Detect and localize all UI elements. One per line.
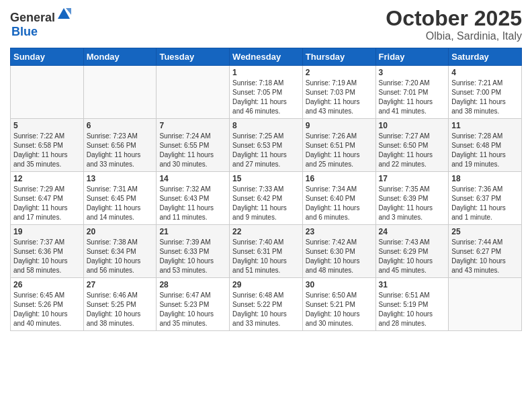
weekday-header-row: SundayMondayTuesdayWednesdayThursdayFrid… bbox=[11, 48, 522, 66]
month-title: October 2025 bbox=[386, 7, 522, 30]
day-number: 28 bbox=[159, 280, 226, 289]
calendar-cell bbox=[449, 278, 522, 331]
calendar-week-row: 1Sunrise: 7:18 AMSunset: 7:05 PMDaylight… bbox=[11, 66, 522, 119]
day-info: Sunrise: 7:24 AMSunset: 6:55 PMDaylight:… bbox=[159, 132, 226, 169]
calendar-cell: 13Sunrise: 7:31 AMSunset: 6:45 PMDayligh… bbox=[83, 172, 157, 225]
title-block: October 2025 Olbia, Sardinia, Italy bbox=[386, 7, 522, 42]
day-info: Sunrise: 7:21 AMSunset: 7:00 PMDaylight:… bbox=[451, 79, 519, 116]
calendar-cell: 28Sunrise: 6:47 AMSunset: 5:23 PMDayligh… bbox=[157, 278, 230, 331]
calendar-cell: 2Sunrise: 7:19 AMSunset: 7:03 PMDaylight… bbox=[302, 66, 375, 119]
day-info: Sunrise: 7:31 AMSunset: 6:45 PMDaylight:… bbox=[87, 185, 154, 222]
calendar-cell: 25Sunrise: 7:44 AMSunset: 6:27 PMDayligh… bbox=[449, 225, 522, 278]
calendar-cell: 23Sunrise: 7:42 AMSunset: 6:30 PMDayligh… bbox=[302, 225, 375, 278]
day-info: Sunrise: 7:37 AMSunset: 6:36 PMDaylight:… bbox=[13, 238, 81, 275]
day-number: 23 bbox=[306, 227, 373, 236]
day-number: 3 bbox=[379, 68, 446, 77]
calendar-cell: 24Sunrise: 7:43 AMSunset: 6:29 PMDayligh… bbox=[375, 225, 449, 278]
calendar-week-row: 5Sunrise: 7:22 AMSunset: 6:58 PMDaylight… bbox=[11, 119, 522, 172]
calendar-cell: 9Sunrise: 7:26 AMSunset: 6:51 PMDaylight… bbox=[302, 119, 375, 172]
logo: General Blue bbox=[10, 7, 71, 39]
day-number: 22 bbox=[232, 227, 300, 236]
day-info: Sunrise: 7:42 AMSunset: 6:30 PMDaylight:… bbox=[306, 238, 373, 275]
weekday-header-wednesday: Wednesday bbox=[230, 48, 303, 66]
day-info: Sunrise: 7:36 AMSunset: 6:37 PMDaylight:… bbox=[451, 185, 519, 222]
day-number: 15 bbox=[232, 174, 300, 183]
day-info: Sunrise: 7:20 AMSunset: 7:01 PMDaylight:… bbox=[379, 79, 446, 116]
calendar-cell: 20Sunrise: 7:38 AMSunset: 6:34 PMDayligh… bbox=[83, 225, 157, 278]
day-number: 26 bbox=[13, 280, 81, 289]
day-info: Sunrise: 7:38 AMSunset: 6:34 PMDaylight:… bbox=[87, 238, 154, 275]
calendar-cell: 14Sunrise: 7:32 AMSunset: 6:43 PMDayligh… bbox=[157, 172, 230, 225]
day-number: 4 bbox=[451, 68, 519, 77]
day-number: 20 bbox=[87, 227, 154, 236]
day-number: 12 bbox=[13, 174, 81, 183]
day-info: Sunrise: 7:18 AMSunset: 7:05 PMDaylight:… bbox=[232, 79, 300, 116]
day-number: 9 bbox=[306, 121, 373, 130]
day-number: 7 bbox=[159, 121, 226, 130]
day-number: 21 bbox=[159, 227, 226, 236]
day-number: 18 bbox=[451, 174, 519, 183]
weekday-header-friday: Friday bbox=[375, 48, 449, 66]
calendar-cell: 31Sunrise: 6:51 AMSunset: 5:19 PMDayligh… bbox=[375, 278, 449, 331]
day-number: 8 bbox=[232, 121, 300, 130]
calendar-cell bbox=[83, 66, 157, 119]
day-info: Sunrise: 7:22 AMSunset: 6:58 PMDaylight:… bbox=[13, 132, 81, 169]
weekday-header-monday: Monday bbox=[83, 48, 157, 66]
weekday-header-tuesday: Tuesday bbox=[157, 48, 230, 66]
weekday-header-saturday: Saturday bbox=[449, 48, 522, 66]
calendar-cell: 22Sunrise: 7:40 AMSunset: 6:31 PMDayligh… bbox=[230, 225, 303, 278]
day-number: 6 bbox=[87, 121, 154, 130]
day-number: 5 bbox=[13, 121, 81, 130]
day-number: 13 bbox=[87, 174, 154, 183]
day-info: Sunrise: 7:23 AMSunset: 6:56 PMDaylight:… bbox=[87, 132, 154, 169]
day-info: Sunrise: 6:45 AMSunset: 5:26 PMDaylight:… bbox=[13, 291, 81, 328]
day-info: Sunrise: 6:48 AMSunset: 5:22 PMDaylight:… bbox=[232, 291, 300, 328]
day-info: Sunrise: 7:43 AMSunset: 6:29 PMDaylight:… bbox=[379, 238, 446, 275]
weekday-header-sunday: Sunday bbox=[11, 48, 84, 66]
day-number: 24 bbox=[379, 227, 446, 236]
calendar-week-row: 12Sunrise: 7:29 AMSunset: 6:47 PMDayligh… bbox=[11, 172, 522, 225]
day-info: Sunrise: 7:34 AMSunset: 6:40 PMDaylight:… bbox=[306, 185, 373, 222]
calendar-cell: 27Sunrise: 6:46 AMSunset: 5:25 PMDayligh… bbox=[83, 278, 157, 331]
calendar-cell bbox=[157, 66, 230, 119]
day-info: Sunrise: 7:44 AMSunset: 6:27 PMDaylight:… bbox=[451, 238, 519, 275]
page: General Blue October 2025 Olbia, Sardini… bbox=[0, 0, 532, 411]
calendar-cell: 10Sunrise: 7:27 AMSunset: 6:50 PMDayligh… bbox=[375, 119, 449, 172]
day-info: Sunrise: 7:28 AMSunset: 6:48 PMDaylight:… bbox=[451, 132, 519, 169]
day-number: 31 bbox=[379, 280, 446, 289]
day-info: Sunrise: 7:19 AMSunset: 7:03 PMDaylight:… bbox=[306, 79, 373, 116]
day-info: Sunrise: 7:29 AMSunset: 6:47 PMDaylight:… bbox=[13, 185, 81, 222]
calendar-cell: 19Sunrise: 7:37 AMSunset: 6:36 PMDayligh… bbox=[11, 225, 84, 278]
day-number: 19 bbox=[13, 227, 81, 236]
day-info: Sunrise: 6:51 AMSunset: 5:19 PMDaylight:… bbox=[379, 291, 446, 328]
calendar-cell: 6Sunrise: 7:23 AMSunset: 6:56 PMDaylight… bbox=[83, 119, 157, 172]
calendar-cell: 15Sunrise: 7:33 AMSunset: 6:42 PMDayligh… bbox=[230, 172, 303, 225]
calendar-cell: 18Sunrise: 7:36 AMSunset: 6:37 PMDayligh… bbox=[449, 172, 522, 225]
calendar-cell: 4Sunrise: 7:21 AMSunset: 7:00 PMDaylight… bbox=[449, 66, 522, 119]
calendar-cell: 7Sunrise: 7:24 AMSunset: 6:55 PMDaylight… bbox=[157, 119, 230, 172]
day-info: Sunrise: 6:50 AMSunset: 5:21 PMDaylight:… bbox=[306, 291, 373, 328]
calendar-cell bbox=[11, 66, 84, 119]
day-number: 25 bbox=[451, 227, 519, 236]
calendar-cell: 26Sunrise: 6:45 AMSunset: 5:26 PMDayligh… bbox=[11, 278, 84, 331]
calendar-cell: 16Sunrise: 7:34 AMSunset: 6:40 PMDayligh… bbox=[302, 172, 375, 225]
calendar-cell: 11Sunrise: 7:28 AMSunset: 6:48 PMDayligh… bbox=[449, 119, 522, 172]
calendar-cell: 17Sunrise: 7:35 AMSunset: 6:39 PMDayligh… bbox=[375, 172, 449, 225]
day-number: 2 bbox=[306, 68, 373, 77]
calendar-cell: 3Sunrise: 7:20 AMSunset: 7:01 PMDaylight… bbox=[375, 66, 449, 119]
calendar-week-row: 19Sunrise: 7:37 AMSunset: 6:36 PMDayligh… bbox=[11, 225, 522, 278]
day-number: 14 bbox=[159, 174, 226, 183]
day-info: Sunrise: 7:40 AMSunset: 6:31 PMDaylight:… bbox=[232, 238, 300, 275]
logo-icon bbox=[56, 7, 71, 21]
day-info: Sunrise: 6:47 AMSunset: 5:23 PMDaylight:… bbox=[159, 291, 226, 328]
day-number: 1 bbox=[232, 68, 300, 77]
calendar-cell: 29Sunrise: 6:48 AMSunset: 5:22 PMDayligh… bbox=[230, 278, 303, 331]
calendar-table: SundayMondayTuesdayWednesdayThursdayFrid… bbox=[10, 48, 522, 331]
calendar-week-row: 26Sunrise: 6:45 AMSunset: 5:26 PMDayligh… bbox=[11, 278, 522, 331]
weekday-header-thursday: Thursday bbox=[302, 48, 375, 66]
calendar-cell: 8Sunrise: 7:25 AMSunset: 6:53 PMDaylight… bbox=[230, 119, 303, 172]
logo-text: General Blue bbox=[10, 7, 71, 39]
header: General Blue October 2025 Olbia, Sardini… bbox=[10, 7, 522, 42]
location-title: Olbia, Sardinia, Italy bbox=[386, 30, 522, 42]
day-number: 10 bbox=[379, 121, 446, 130]
